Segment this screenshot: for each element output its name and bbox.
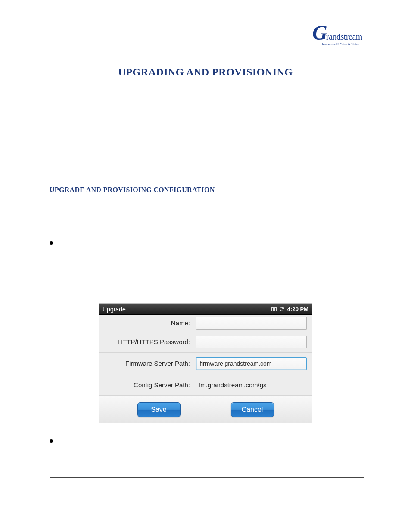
name-label: Name: (99, 319, 196, 327)
sim-icon (271, 307, 277, 311)
firmware-input[interactable] (196, 357, 307, 370)
refresh-icon (279, 306, 285, 312)
bullet-icon (50, 241, 53, 245)
firmware-label: Firmware Server Path: (99, 360, 196, 367)
upgrade-panel: Upgrade 4:20 PM Name: HTTP/HTTPS Passwor… (99, 303, 312, 423)
button-bar: Save Cancel (99, 396, 312, 423)
panel-titlebar: Upgrade 4:20 PM (99, 304, 312, 315)
logo-g-glyph: G (312, 21, 327, 44)
cancel-button[interactable]: Cancel (231, 402, 274, 417)
brand-logo: G randstream Innovative IP Voice & Video (314, 26, 370, 50)
row-password: HTTP/HTTPS Password: (99, 331, 312, 353)
name-input[interactable] (196, 317, 307, 330)
config-label: Config Server Path: (99, 381, 196, 389)
save-button[interactable]: Save (137, 402, 181, 417)
password-label: HTTP/HTTPS Password: (99, 338, 196, 345)
config-value: fm.grandstream.com/gs (196, 381, 307, 389)
panel-title: Upgrade (103, 306, 271, 313)
logo-tagline: Innovative IP Voice & Video (322, 42, 359, 46)
form-rows: Name: HTTP/HTTPS Password: Firmware Serv… (99, 315, 312, 396)
logo-brand-text: randstream (326, 32, 362, 42)
bullet-icon (50, 439, 53, 443)
section-title: UPGRADE AND PROVISIOING CONFIGURATION (50, 186, 215, 194)
row-name: Name: (99, 315, 312, 331)
row-config: Config Server Path: fm.grandstream.com/g… (99, 374, 312, 396)
footer-divider (50, 477, 364, 478)
status-icons: 4:20 PM (271, 306, 308, 312)
password-input[interactable] (196, 336, 307, 348)
row-firmware: Firmware Server Path: (99, 353, 312, 374)
status-time: 4:20 PM (287, 306, 308, 312)
page-title: UPGRADING AND PROVISIONING (0, 66, 411, 78)
